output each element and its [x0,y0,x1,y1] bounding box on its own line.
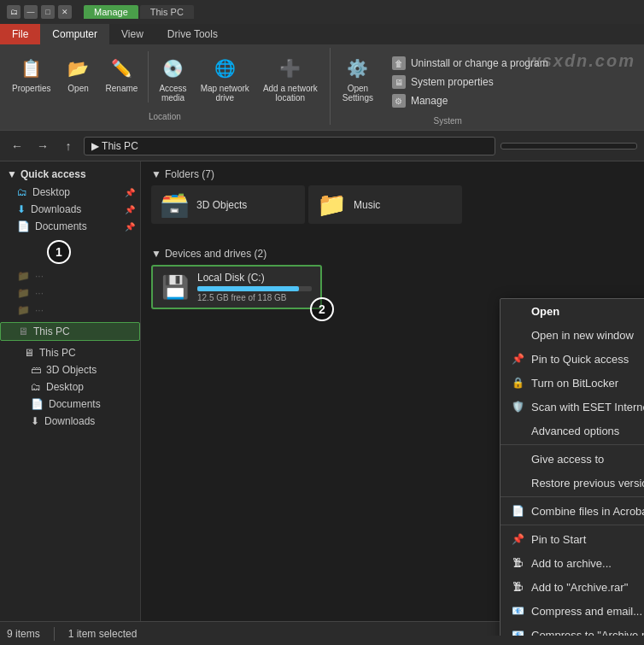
rename-button[interactable]: ✏️ Rename [101,51,143,97]
title-bar: 🗂 — □ ✕ Manage This PC [0,0,644,24]
sidebar-item-desktop-2[interactable]: 🗂 Desktop [0,378,140,396]
ctx-give-access-icon [511,452,524,466]
open-settings-icon: ⚙️ [344,55,372,82]
ribbon-tabs: File Computer View Drive Tools [0,24,644,44]
ctx-divider-1 [501,444,644,445]
location-buttons: 📋 Properties 📂 Open ✏️ Rename 💿 Accessme… [7,51,323,108]
ctx-restore-label: Restore previous versions [531,477,644,490]
properties-icon: 📋 [18,55,45,82]
sidebar-item-blurred-2[interactable]: 📁 ··· [0,284,140,302]
title-bar-icons: 🗂 — □ ✕ [7,5,72,19]
ctx-pin-start[interactable]: 📌 Pin to Start [501,527,644,551]
address-path[interactable]: ▶ This PC [84,137,495,155]
ctx-open-icon [511,304,524,318]
ctx-restore-versions[interactable]: Restore previous versions [501,471,644,495]
ctx-compress-rar-email-label: Compress to "Archive.rar" and email [531,629,644,636]
up-button[interactable]: ↑ [58,136,79,156]
open-icon: 📂 [65,55,92,82]
manage-item[interactable]: ⚙ Manage [389,92,552,109]
blurred-sidebar-items: 📁 ··· 📁 ··· 📁 ··· [0,264,140,322]
ctx-open-new-icon [511,328,524,342]
this-pc-2-icon: 🖥 [24,347,34,359]
desktop-label: Desktop [32,186,70,198]
sidebar-item-downloads[interactable]: ⬇ Downloads 📌 [0,201,140,218]
folder-item-music[interactable]: 📁 Music [308,185,462,224]
documents-label: Documents [35,220,87,232]
ctx-pin-quick[interactable]: 📌 Pin to Quick access [501,347,644,371]
desktop-2-label: Desktop [46,381,84,393]
access-media-button[interactable]: 💿 Accessmedia [154,51,191,106]
desktop-2-icon: 🗂 [31,381,41,393]
pin-icon-documents: 📌 [125,222,135,232]
devices-header: ▼ Devices and drives (2) [151,248,634,260]
ctx-bitlocker[interactable]: 🔒 Turn on BitLocker [501,371,644,395]
forward-button[interactable]: → [32,136,53,156]
properties-label: Properties [12,84,51,93]
ctx-add-rar[interactable]: 🗜 Add to "Archive.rar" [501,575,644,599]
ctx-open[interactable]: Open [501,299,644,323]
back-button[interactable]: ← [7,136,27,156]
circle-1: 1 [47,240,71,264]
sidebar-item-documents-2[interactable]: 📄 Documents [0,396,140,413]
map-network-label: Map networkdrive [201,84,249,103]
sidebar-item-3dobjects[interactable]: 🗃 3D Objects [0,361,140,378]
ctx-pin-label: Pin to Quick access [531,353,629,366]
add-network-icon: ➕ [277,55,304,82]
sidebar-item-this-pc-2[interactable]: 🖥 This PC [0,344,140,361]
access-media-label: Accessmedia [159,84,186,103]
properties-button[interactable]: 📋 Properties [7,51,56,97]
minimize-icon[interactable]: — [24,5,38,19]
map-network-button[interactable]: 🌐 Map networkdrive [196,51,255,106]
sidebar-item-downloads-2[interactable]: ⬇ Downloads [0,413,140,430]
open-button[interactable]: 📂 Open [60,51,97,97]
quick-access-section: ▼ Quick access 🗂 Desktop 📌 ⬇ Downloads 📌… [0,161,140,238]
documents-icon: 📄 [17,220,30,232]
add-network-button[interactable]: ➕ Add a networklocation [258,51,323,106]
ctx-restore-icon [511,476,524,490]
ctx-advanced[interactable]: Advanced options ► [501,419,644,443]
ribbon-tab-drive-tools[interactable]: Drive Tools [155,24,230,44]
manage-icon: ⚙ [392,94,406,108]
blurred-icon-3: 📁 [17,304,30,316]
circle-2: 2 [310,297,334,321]
sidebar-item-desktop[interactable]: 🗂 Desktop 📌 [0,184,140,201]
ctx-advanced-label: Advanced options [531,425,619,437]
main-layout: ▼ Quick access 🗂 Desktop 📌 ⬇ Downloads 📌… [0,161,644,636]
maximize-icon[interactable]: □ [41,5,55,19]
ctx-bitlocker-icon: 🔒 [511,376,524,390]
quick-access-chevron: ▼ [7,168,17,180]
system-props-item[interactable]: 🖥 System properties [389,73,552,91]
system-buttons: ⚙️ OpenSettings 🗑 Uninstall or change a … [337,51,559,113]
ctx-compress-email[interactable]: 📧 Compress and email... [501,599,644,623]
folders-label: Folders (7) [165,168,214,180]
ctx-add-archive-icon: 🗜 [511,556,524,570]
tab-manage[interactable]: Manage [84,5,138,19]
close-icon[interactable]: ✕ [58,5,72,19]
sidebar-item-this-pc[interactable]: 🖥 This PC [0,322,140,341]
ribbon-tab-computer[interactable]: Computer [40,24,109,44]
ribbon-tab-view[interactable]: View [109,24,155,44]
sidebar-item-blurred-1[interactable]: 📁 ··· [0,267,140,284]
ctx-add-archive[interactable]: 🗜 Add to archive... [501,551,644,575]
tab-this-pc[interactable]: This PC [140,5,194,19]
ctx-compress-rar-email[interactable]: 📧 Compress to "Archive.rar" and email [501,623,644,636]
uninstall-item[interactable]: 🗑 Uninstall or change a program [389,55,552,72]
sidebar-item-blurred-3[interactable]: 📁 ··· [0,302,140,319]
sidebar-item-documents[interactable]: 📄 Documents 📌 [0,218,140,235]
status-selected: 1 item selected [68,628,138,640]
ctx-give-access[interactable]: Give access to ► [501,447,644,471]
ctx-eset[interactable]: 🛡️ Scan with ESET Internet Security [501,395,644,419]
device-item-local-disk[interactable]: 💾 Local Disk (C:) 12.5 GB free of 118 GB [151,265,322,309]
ctx-acrobat[interactable]: 📄 Combine files in Acrobat... [501,499,644,523]
ctx-open-new-window[interactable]: Open in new window [501,323,644,347]
quick-access-label: Quick access [20,168,86,180]
system-props-icon: 🖥 [392,75,406,89]
ribbon-tab-file[interactable]: File [0,24,40,44]
sidebar-scroll[interactable]: ▼ Quick access 🗂 Desktop 📌 ⬇ Downloads 📌… [0,161,140,636]
ctx-divider-2 [501,496,644,497]
open-settings-button[interactable]: ⚙️ OpenSettings [337,51,378,106]
folder-item-3dobjects[interactable]: 🗃️ 3D Objects [151,185,305,224]
local-disk-icon: 💾 [161,274,189,301]
search-box[interactable] [501,143,637,150]
blurred-label-3: ··· [35,304,44,316]
